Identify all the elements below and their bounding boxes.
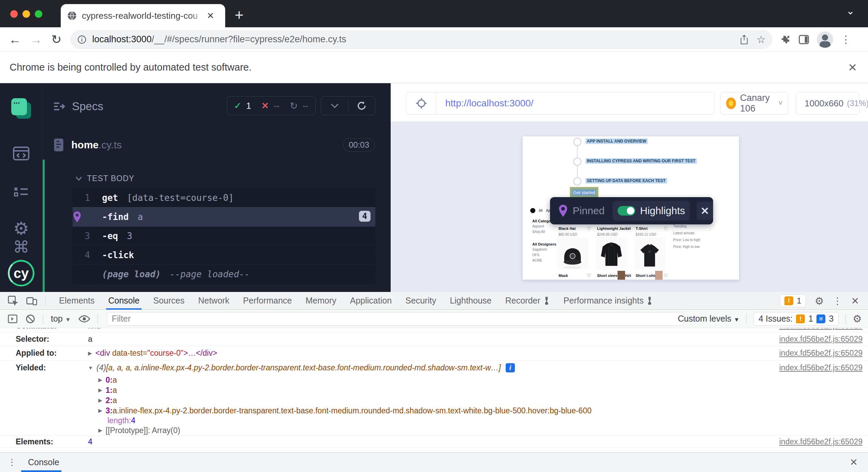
side-panel-icon[interactable]	[798, 34, 809, 45]
new-tab-button[interactable]: +	[235, 8, 244, 23]
expand-triangle-icon[interactable]: ▶	[98, 387, 102, 393]
share-icon[interactable]	[739, 34, 749, 45]
source-link[interactable]: index.fd56be2f.js:65029	[779, 437, 863, 446]
favorite-heart-icon[interactable]: ♡	[626, 226, 631, 231]
product-image-black-hat[interactable]	[557, 237, 588, 269]
bookmark-star-icon[interactable]: ☆	[756, 33, 766, 45]
device-toolbar-icon[interactable]	[26, 296, 38, 306]
source-link[interactable]: index.fd56be2f.js:65029	[779, 349, 863, 358]
address-bar[interactable]: localhost:3000/__/#/specs/runner?file=cy…	[70, 30, 772, 49]
close-tab-icon[interactable]: ✕	[207, 11, 214, 21]
sort-option[interactable]: Price: Low to high	[673, 238, 700, 242]
tab-application[interactable]: Application	[350, 292, 392, 310]
designer-link[interactable]: ACME	[532, 259, 542, 262]
window-controls[interactable]	[10, 10, 47, 19]
console-filter-input[interactable]	[107, 312, 683, 326]
store-logo[interactable]	[530, 208, 535, 213]
drawer-close-icon[interactable]: ✕	[850, 457, 858, 468]
browser-menu-icon[interactable]: ⋮	[841, 33, 851, 45]
zoom-window-button[interactable]	[35, 10, 42, 18]
product-image-tshirt[interactable]	[634, 237, 665, 269]
command-row-click[interactable]: 4 -click	[73, 246, 375, 265]
console-settings-gear-icon[interactable]: ⚙	[853, 313, 862, 325]
array-item-row[interactable]: ▶1: a	[0, 385, 868, 395]
highlights-toggle-group[interactable]: Highlights	[613, 201, 690, 221]
tab-lighthouse[interactable]: Lighthouse	[450, 292, 491, 310]
devtools-settings-gear-icon[interactable]: ⚙	[815, 295, 824, 307]
expand-triangle-icon[interactable]: ▶	[98, 397, 102, 403]
tab-sources[interactable]: Sources	[153, 292, 185, 310]
sort-option[interactable]: Trending	[673, 224, 686, 228]
aut-page-screenshot[interactable]: APP INSTALL AND OVERVIEW INSTALLING CYPR…	[523, 136, 739, 280]
page-info-icon[interactable]	[77, 35, 87, 44]
aut-url[interactable]: http://localhost:3000/	[445, 98, 533, 109]
expand-triangle-icon[interactable]: ▶	[98, 408, 102, 414]
tab-console[interactable]: Console	[108, 292, 140, 310]
tab-elements[interactable]: Elements	[59, 292, 95, 310]
array-item-row[interactable]: ▶0: a	[0, 375, 868, 385]
spec-file-row[interactable]: home.cy.ts 00:03	[53, 134, 380, 156]
product-name[interactable]: Black Hat	[559, 226, 576, 231]
keyboard-shortcuts-icon[interactable]: ⌘	[0, 237, 42, 256]
category-link[interactable]: Shop All	[532, 230, 545, 234]
source-link[interactable]: index.fd56be2f.js:65029	[779, 363, 863, 372]
context-selector[interactable]: top ▼	[51, 314, 71, 324]
back-button[interactable]: ←	[9, 33, 21, 46]
close-window-button[interactable]	[10, 10, 18, 18]
product-image-jacket[interactable]	[596, 237, 627, 269]
test-body-header[interactable]: TEST BODY	[75, 174, 134, 183]
step-label[interactable]: INSTALLING CYPRESS AND WRITING OUR FIRST…	[585, 158, 697, 164]
minimize-window-button[interactable]	[23, 10, 30, 18]
specs-menu-icon[interactable]	[53, 101, 66, 112]
settings-gear-icon[interactable]: ⚙	[0, 218, 42, 239]
cypress-logo[interactable]: cy	[0, 260, 42, 286]
tab-performance-insights[interactable]: Performance insights	[564, 292, 653, 310]
inspect-element-icon[interactable]	[8, 295, 18, 306]
tab-search-chevron-icon[interactable]: ⌄	[846, 5, 855, 17]
favorite-heart-icon[interactable]: ♡	[664, 226, 668, 231]
expand-triangle-icon[interactable]: ▶	[98, 427, 102, 433]
tab-network[interactable]: Network	[198, 292, 230, 310]
drawer-menu-icon[interactable]: ⋮	[8, 457, 16, 468]
eye-icon[interactable]	[78, 314, 90, 323]
issues-counter-button[interactable]: !1	[780, 294, 806, 307]
expand-triangle-icon[interactable]: ▶	[98, 377, 102, 383]
product-name[interactable]: Short t-shirt	[636, 274, 657, 278]
command-row-get[interactable]: 1 get [data-test=course-0]	[73, 188, 375, 207]
spec-window-icon[interactable]	[0, 146, 42, 161]
viewport-size-select[interactable]: 1000x660 (31%) ˅	[796, 92, 859, 115]
banner-close-icon[interactable]: ✕	[848, 61, 857, 74]
browser-select[interactable]: Canary 106 ˅	[720, 92, 789, 115]
collapse-triangle-icon[interactable]: ▼	[88, 365, 93, 371]
get-started-button[interactable]: Get started	[570, 187, 598, 198]
selector-playground-button[interactable]	[406, 92, 436, 114]
profile-avatar[interactable]	[817, 31, 833, 48]
tab-performance[interactable]: Performance	[243, 292, 292, 310]
log-levels-dropdown[interactable]: Custom levels ▼	[678, 314, 739, 324]
collapse-chevron-icon[interactable]	[321, 103, 348, 108]
tooltip-close-button[interactable]: ✕	[697, 202, 713, 220]
tab-memory[interactable]: Memory	[305, 292, 336, 310]
array-item-row[interactable]: ▶2: a	[0, 395, 868, 405]
nav-item[interactable]: All	[539, 209, 542, 212]
browser-tab[interactable]: cypress-realworld-testing-cou ✕	[61, 4, 225, 27]
expand-triangle-icon[interactable]: ▶	[88, 350, 92, 356]
reload-button[interactable]: ↻	[51, 33, 61, 46]
console-sidebar-toggle-icon[interactable]	[8, 314, 18, 324]
array-item-row[interactable]: ▶3: a.inline-flex.px-4.py-2.border.borde…	[0, 405, 868, 416]
step-label[interactable]: APP INSTALL AND OVERVIEW	[585, 138, 648, 144]
drawer-console-tab[interactable]: Console	[28, 457, 59, 467]
favorite-heart-icon[interactable]: ♡	[664, 273, 668, 278]
browsers-icon[interactable]: •••	[0, 98, 42, 119]
prototype-row[interactable]: ▶[[Prototype]]: Array(0)	[0, 425, 868, 436]
source-link[interactable]: index.fd56be2f.js:65029	[779, 335, 863, 344]
forward-button[interactable]: →	[30, 33, 42, 46]
devtools-menu-icon[interactable]: ⋮	[833, 295, 842, 307]
rerun-icon[interactable]	[348, 101, 375, 111]
step-label[interactable]: SETTING UP DATA BEFORE EACH TEST	[585, 178, 667, 183]
sort-option[interactable]: Latest arrivals	[673, 231, 694, 235]
command-row-find-pinned[interactable]: -find a 4	[73, 207, 375, 226]
issues-summary-button[interactable]: 4 Issues: !1 ≡3	[753, 312, 839, 326]
clear-console-icon[interactable]	[25, 314, 35, 324]
source-link[interactable]: index.fd56be2f.js:65029	[779, 328, 863, 330]
